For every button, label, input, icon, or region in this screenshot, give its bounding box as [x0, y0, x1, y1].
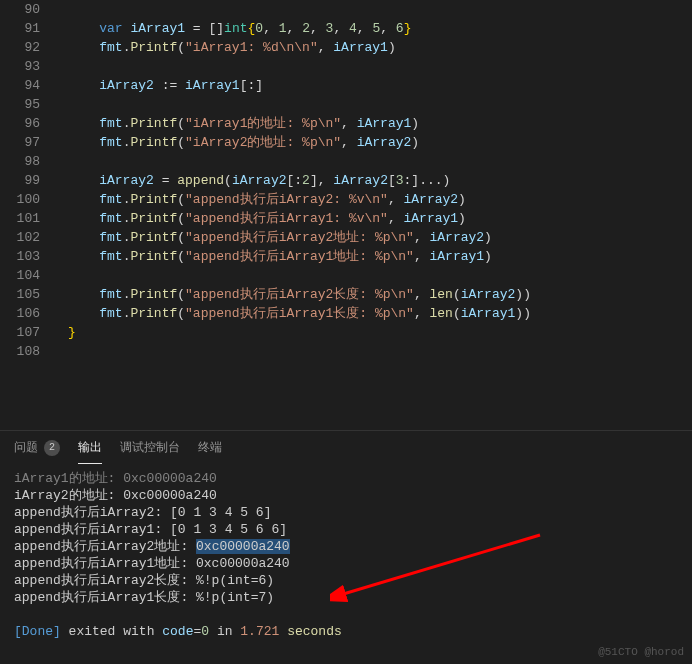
code-line[interactable]: fmt.Printf("iArray1: %d\n\n", iArray1): [68, 38, 692, 57]
line-number: 107: [0, 323, 40, 342]
tab-terminal[interactable]: 终端: [198, 431, 222, 464]
code-line[interactable]: [68, 152, 692, 171]
line-number: 90: [0, 0, 40, 19]
line-number: 93: [0, 57, 40, 76]
output-line: append执行后iArray1地址: 0xc00000a240: [14, 555, 678, 572]
code-line[interactable]: fmt.Printf("iArray1的地址: %p\n", iArray1): [68, 114, 692, 133]
tab-label: 终端: [198, 439, 222, 456]
line-number: 91: [0, 19, 40, 38]
line-number: 105: [0, 285, 40, 304]
code-editor[interactable]: 9091929394959697989910010110210310410510…: [0, 0, 692, 430]
line-number: 97: [0, 133, 40, 152]
code-line[interactable]: fmt.Printf("append执行后iArray2: %v\n", iAr…: [68, 190, 692, 209]
code-line[interactable]: [68, 57, 692, 76]
line-number: 96: [0, 114, 40, 133]
output-line: [Done] exited with code=0 in 1.721 secon…: [14, 623, 678, 640]
line-number: 92: [0, 38, 40, 57]
line-number: 94: [0, 76, 40, 95]
code-line[interactable]: fmt.Printf("append执行后iArray1地址: %p\n", i…: [68, 247, 692, 266]
tab-label: 问题: [14, 439, 38, 456]
output-line: iArray1的地址: 0xc00000a240: [14, 470, 678, 487]
tab-label: 输出: [78, 439, 102, 456]
code-line[interactable]: fmt.Printf("append执行后iArray1: %v\n", iAr…: [68, 209, 692, 228]
line-number: 102: [0, 228, 40, 247]
line-number: 99: [0, 171, 40, 190]
output-line: append执行后iArray2: [0 1 3 4 5 6]: [14, 504, 678, 521]
code-line[interactable]: fmt.Printf("append执行后iArray1长度: %p\n", l…: [68, 304, 692, 323]
code-area[interactable]: var iArray1 = []int{0, 1, 2, 3, 4, 5, 6}…: [58, 0, 692, 430]
code-line[interactable]: iArray2 := iArray1[:]: [68, 76, 692, 95]
code-line[interactable]: [68, 266, 692, 285]
panel-tabs: 问题 2 输出 调试控制台 终端: [0, 431, 692, 464]
bottom-panel: 问题 2 输出 调试控制台 终端 iArray1的地址: 0xc00000a24…: [0, 430, 692, 644]
line-number: 95: [0, 95, 40, 114]
tab-problems[interactable]: 问题 2: [14, 431, 60, 464]
output-line: append执行后iArray2长度: %!p(int=6): [14, 572, 678, 589]
code-line[interactable]: [68, 0, 692, 19]
line-number: 98: [0, 152, 40, 171]
output-line: append执行后iArray1长度: %!p(int=7): [14, 589, 678, 606]
output-line: [14, 606, 678, 623]
code-line[interactable]: [68, 342, 692, 361]
code-line[interactable]: [68, 95, 692, 114]
line-number: 103: [0, 247, 40, 266]
code-line[interactable]: iArray2 = append(iArray2[:2], iArray2[3:…: [68, 171, 692, 190]
code-line[interactable]: fmt.Printf("append执行后iArray2地址: %p\n", i…: [68, 228, 692, 247]
output-line: append执行后iArray2地址: 0xc00000a240: [14, 538, 678, 555]
line-gutter: 9091929394959697989910010110210310410510…: [0, 0, 58, 430]
problems-badge: 2: [44, 440, 60, 456]
code-line[interactable]: var iArray1 = []int{0, 1, 2, 3, 4, 5, 6}: [68, 19, 692, 38]
line-number: 108: [0, 342, 40, 361]
line-number: 101: [0, 209, 40, 228]
tab-output[interactable]: 输出: [78, 431, 102, 464]
code-line[interactable]: fmt.Printf("append执行后iArray2长度: %p\n", l…: [68, 285, 692, 304]
code-line[interactable]: fmt.Printf("iArray2的地址: %p\n", iArray2): [68, 133, 692, 152]
code-line[interactable]: }: [68, 323, 692, 342]
line-number: 104: [0, 266, 40, 285]
tab-debug[interactable]: 调试控制台: [120, 431, 180, 464]
output-line: append执行后iArray1: [0 1 3 4 5 6 6]: [14, 521, 678, 538]
watermark: @51CTO @horod: [598, 646, 684, 658]
line-number: 106: [0, 304, 40, 323]
output-line: iArray2的地址: 0xc00000a240: [14, 487, 678, 504]
line-number: 100: [0, 190, 40, 209]
output-content[interactable]: iArray1的地址: 0xc00000a240iArray2的地址: 0xc0…: [0, 464, 692, 644]
tab-label: 调试控制台: [120, 439, 180, 456]
